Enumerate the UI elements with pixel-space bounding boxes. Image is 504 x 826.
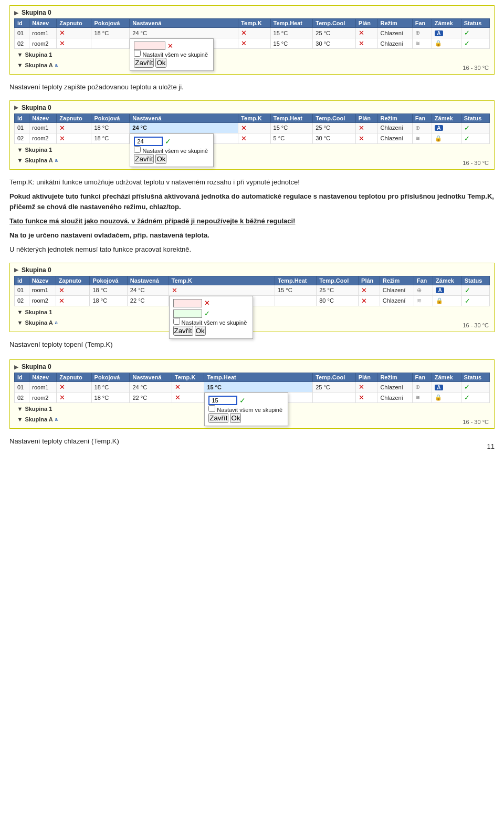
cell-pokojova: 18 °C [91, 382, 130, 393]
x-icon: ✕ [241, 39, 247, 47]
popup-close-btn-3[interactable]: Zavřít [173, 326, 193, 336]
popup-checkbox-4[interactable] [208, 405, 215, 412]
popup-input-2[interactable] [134, 137, 163, 146]
cell-id: 02 [15, 295, 29, 306]
popup-input-row-4: ✓ [208, 396, 284, 405]
col-rezim: Režim [377, 19, 412, 28]
popup-checkbox-row-2: Nastavit všem ve skupině [134, 146, 209, 154]
cell-nastavena-popup: ✕ Nastavit všem ve skupině Zavřít Ok [130, 38, 238, 49]
col-tempheat: Temp.Heat [204, 373, 313, 382]
popup-close-btn[interactable]: Zavřít [134, 58, 154, 68]
subgroup-row-3: ▼ Skupina 1 [15, 143, 490, 154]
cell-plan: ✕ [355, 122, 377, 133]
text2-p1: Temp.K: unikátní funkce umožňuje udržova… [9, 177, 495, 188]
cell-zapnuto: ✕ [56, 285, 90, 295]
cell-zamek: 🔒 [432, 133, 461, 143]
check-icon: ✓ [165, 137, 171, 146]
group0-header-2: ▶ Skupina 0 [14, 104, 490, 111]
badge-a: A [435, 30, 443, 36]
cell-tempcool: 25 °C [317, 285, 359, 295]
popup-ok-btn[interactable]: Ok [155, 58, 166, 68]
cell-status: ✓ [461, 28, 489, 38]
popup-checkbox-2[interactable] [134, 146, 141, 153]
cell-fan: ≋ [412, 133, 432, 143]
popup-close-btn-2[interactable]: Zavřít [134, 154, 154, 164]
cell-rezim: Chlazení [377, 38, 412, 49]
arrow-icon: ▼ [17, 309, 23, 315]
popup-input-1[interactable] [134, 42, 165, 50]
x-icon: ✕ [59, 383, 65, 391]
popup-input-3[interactable] [173, 299, 202, 307]
popup-checkbox-label-2: Nastavit všem ve skupině [142, 148, 208, 154]
x-icon: ✕ [359, 29, 364, 37]
lock-icon: 🔒 [435, 40, 442, 46]
cell-rezim: Chlazení [377, 393, 412, 403]
cell-tempheat: 15 °C [275, 285, 317, 295]
col-tempcool: Temp.Cool [313, 113, 356, 122]
range-label-4: 16 - 30 °C [463, 419, 489, 425]
groupA-badge-4: a [55, 417, 58, 422]
x-icon: ✕ [59, 124, 65, 132]
popup-input-3b[interactable] [173, 309, 202, 318]
group1-label: Skupina 1 [25, 51, 52, 58]
table-section-3: ▶ Skupina 0 id Název Zapnuto Pokojová Na… [9, 263, 495, 332]
col-plan: Plán [355, 113, 377, 122]
footer-row: Nastavení teploty chlazení (Temp.K) 11 [9, 436, 495, 450]
col-tempcool: Temp.Cool [317, 276, 359, 285]
x-icon: ✕ [204, 299, 210, 307]
popup-input-4[interactable] [208, 396, 237, 405]
popup-box-2: ✓ Nastavit všem ve skupině Zavřít Ok [130, 133, 214, 167]
check-icon: ✓ [464, 124, 470, 132]
lock-icon: 🔒 [435, 135, 442, 141]
popup-ok-btn-3[interactable]: Ok [195, 326, 206, 336]
cell-id: 01 [15, 28, 29, 38]
x-icon: ✕ [359, 135, 364, 142]
cell-tempcool: 25 °C [313, 382, 356, 393]
cell-tempcool: 25 °C [313, 122, 356, 133]
cell-tempheat: 15 °C [270, 38, 313, 49]
popup-ok-btn-4[interactable]: Ok [230, 413, 241, 423]
group0-label-3: Skupina 0 [22, 266, 51, 274]
cell-name: room2 [29, 38, 57, 49]
group1-label-4: Skupina 1 [25, 406, 52, 412]
popup-close-btn-4[interactable]: Zavřít [208, 413, 228, 423]
col-zapnuto: Zapnuto [57, 373, 91, 382]
arrow-icon: ▼ [17, 62, 23, 68]
popup-box-4: ✓ Nastavit všem ve skupině Zavřít Ok [204, 393, 288, 426]
col-tempheat: Temp.Heat [275, 276, 317, 285]
col-nazev: Název [29, 373, 57, 382]
col-status: Status [461, 276, 489, 285]
cell-plan: ✕ [355, 382, 377, 393]
cell-name: room2 [29, 393, 57, 403]
caption3-text: Nastavení teploty topení (Temp.K) [9, 339, 495, 350]
text2-p4-bold: Na to je určeno nastavení ovladačem, pří… [9, 231, 209, 239]
cell-pokojova: 18 °C [91, 393, 130, 403]
col-id: id [15, 373, 29, 382]
cell-fan: ≋ [414, 295, 433, 306]
cell-nastavena: 24 °C [127, 285, 169, 295]
x-icon: ✕ [359, 394, 364, 401]
cell-zapnuto: ✕ [57, 38, 91, 49]
group1-label-3: Skupina 1 [25, 309, 52, 315]
cell-plan: ✕ [359, 295, 380, 306]
cell-rezim: Chlazení [377, 28, 412, 38]
popup-checkbox[interactable] [134, 50, 141, 57]
popup-ok-btn-2[interactable]: Ok [155, 154, 166, 164]
arrow-icon: ▼ [17, 147, 23, 153]
cell-tempcool: 30 °C [313, 133, 356, 143]
subgroup-label-2: ▼ Skupina A a [15, 59, 490, 70]
group0-header-3: ▶ Skupina 0 [14, 266, 490, 274]
x-icon: ✕ [172, 286, 177, 294]
col-zamek: Zámek [433, 276, 462, 285]
table-header-row: id Název Zapnuto Pokojová Nastavená Temp… [15, 19, 490, 28]
popup-input-row-3b: ✓ [173, 309, 249, 318]
col-zamek: Zámek [432, 19, 461, 28]
table-section-2: ▶ Skupina 0 id Název Zapnuto Pokojová Na… [9, 100, 495, 170]
col-tempheat: Temp.Heat [270, 113, 313, 122]
col-pokojova: Pokojová [91, 19, 130, 28]
cell-rezim: Chlazení [380, 295, 414, 306]
cell-tempheat: 5 °C [270, 133, 313, 143]
arrow-icon: ▼ [17, 416, 23, 422]
popup-checkbox-3[interactable] [173, 318, 180, 325]
cell-fan: ⊕ [412, 28, 432, 38]
